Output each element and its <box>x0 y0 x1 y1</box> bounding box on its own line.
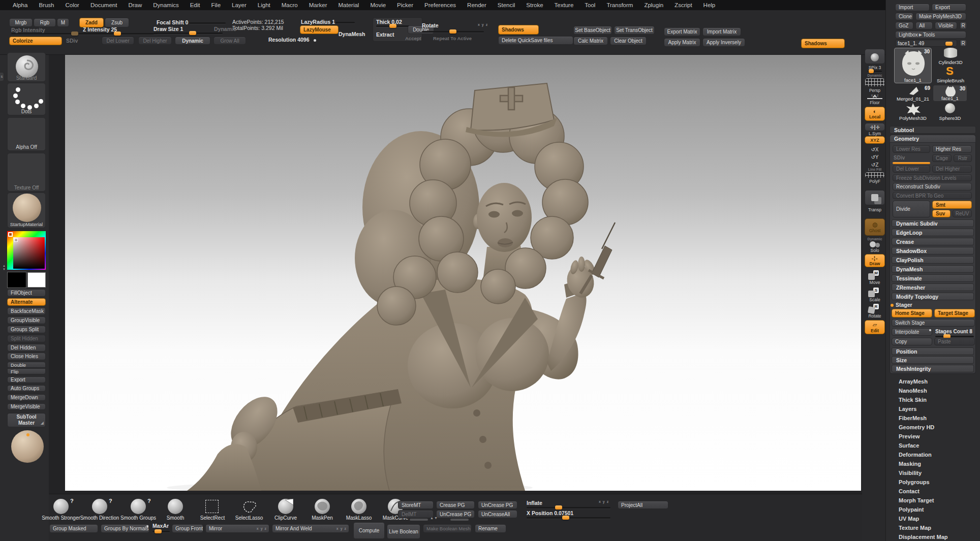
group-front-button[interactable]: Group Front <box>172 524 203 533</box>
section-arraymesh[interactable]: ArrayMesh <box>899 378 928 385</box>
edgeloop-section[interactable]: EdgeLoop <box>892 229 974 236</box>
menu-item[interactable]: Texture <box>549 0 579 10</box>
tool-thumbnail[interactable]: S SimpleBrush <box>934 67 967 83</box>
dynamesh-section[interactable]: DynaMesh <box>892 265 974 273</box>
target-stage-button[interactable]: Target Stage <box>934 309 975 317</box>
material-tile[interactable]: StartupMaterial <box>7 193 46 228</box>
set-transobject-button[interactable]: Set TransObject <box>614 26 655 35</box>
menu-item[interactable]: Material <box>333 0 365 10</box>
section-nanomesh[interactable]: NanoMesh <box>899 388 927 394</box>
focal-shift-track[interactable] <box>189 22 226 24</box>
x-position-handle[interactable] <box>562 516 569 520</box>
rotate-handle[interactable] <box>449 29 456 34</box>
stager-section-label[interactable]: Stager <box>896 302 912 308</box>
rename-button[interactable]: Rename <box>475 524 506 533</box>
groups-split-button[interactable]: Groups Split <box>7 326 46 333</box>
switch-stage-button[interactable]: Switch Stage <box>892 319 975 327</box>
lazy-radius-track[interactable] <box>335 22 355 23</box>
section-layers[interactable]: Layers <box>899 406 916 412</box>
section-geometry-hd[interactable]: Geometry HD <box>899 424 934 430</box>
clipcurve-brush-icon[interactable] <box>278 499 293 514</box>
group-masked-button[interactable]: Group Masked <box>49 524 98 533</box>
mergevisible-button[interactable]: MergeVisible <box>7 403 46 410</box>
extract-button[interactable]: Extract <box>376 31 394 38</box>
resolution-slider[interactable]: Resolution 4096 <box>268 37 310 43</box>
crease-section[interactable]: Crease <box>892 238 974 245</box>
mirror-slider[interactable]: Mirrorx y z <box>205 524 269 533</box>
auto-groups-button[interactable]: Auto Groups <box>7 385 46 392</box>
transp-button[interactable]: Transp <box>863 207 887 212</box>
uncrease-all-button[interactable]: UnCreaseAll <box>478 510 517 518</box>
tool-thumbnail[interactable]: PolyMesh3D <box>894 103 932 121</box>
higher-res-button[interactable]: Higher Res <box>932 145 972 153</box>
interpolate-button[interactable]: Interpolate <box>892 328 932 336</box>
section-morph-target[interactable]: Morph Target <box>899 497 934 503</box>
polyf-button[interactable]: PolyF <box>863 179 887 184</box>
perspective-icon[interactable] <box>865 78 885 87</box>
mirror-xyz-icon[interactable]: x y z <box>257 527 269 530</box>
claypolish-section[interactable]: ClayPolish <box>892 256 974 264</box>
store-mt-button[interactable]: StoreMT <box>398 501 434 509</box>
sdiv-level-slider[interactable]: SDiv <box>894 155 905 161</box>
close-holes-button[interactable]: Close Holes <box>7 353 46 360</box>
rotate-icon[interactable] <box>868 306 875 314</box>
dynamic-mode-button[interactable]: Dynamic <box>175 37 210 45</box>
z-intensity-slider[interactable]: Z Intensity 25 <box>83 26 117 33</box>
tray-collapse-arrows-icon[interactable]: ▲▼ <box>3 264 6 271</box>
draw-size-handle[interactable] <box>189 31 196 35</box>
pivot-sphere[interactable] <box>11 430 44 463</box>
focal-shift-slider[interactable]: Focal Shift 0 <box>157 19 188 25</box>
xyz-sym-button[interactable]: XYZ <box>865 136 885 144</box>
spix-slider[interactable]: SPix 3 <box>863 65 887 70</box>
menu-item[interactable]: Picker <box>391 0 419 10</box>
del-hidden-button[interactable]: Del Hidden <box>7 344 46 352</box>
make-polymesh3d-button[interactable]: Make PolyMesh3D <box>915 13 966 20</box>
inflate-handle[interactable] <box>555 505 562 510</box>
bpr-button[interactable]: BPR <box>865 49 885 64</box>
set-baseobject-button[interactable]: Set BaseObject <box>573 26 612 35</box>
rot-x-icon[interactable]: ↺X <box>863 147 887 152</box>
rot-y-icon[interactable]: ↺Y <box>863 154 887 160</box>
menu-item[interactable]: Zscript <box>669 0 698 10</box>
groupvisible-button[interactable]: GroupVisible <box>7 316 46 324</box>
solo-button[interactable]: Solo <box>863 248 887 253</box>
selectlasso-brush-icon[interactable] <box>241 499 257 514</box>
menu-item[interactable]: Dynamics <box>147 0 184 10</box>
goz-visible-button[interactable]: Visible <box>935 22 957 29</box>
rotate-mode-button[interactable]: Rotate <box>863 313 887 319</box>
compute-button[interactable]: Compute <box>353 522 385 539</box>
scale-icon[interactable] <box>868 291 875 297</box>
rot-z-icon[interactable]: ↺Z <box>863 162 887 168</box>
transp-icon[interactable] <box>865 190 885 205</box>
smooth-direction-brush-icon[interactable] <box>92 499 107 514</box>
tool-import-button[interactable]: Import <box>895 4 930 11</box>
menu-item[interactable]: Tool <box>579 0 601 10</box>
inflate-xyz-icon[interactable]: x y z <box>599 500 609 503</box>
alpha-tile[interactable]: Alpha Off <box>7 117 46 151</box>
suv-button[interactable]: Suv <box>932 210 951 217</box>
maskpen-brush-icon[interactable] <box>315 499 330 514</box>
menu-item[interactable]: Alpha <box>7 0 33 10</box>
thick-handle[interactable] <box>389 24 396 28</box>
help-badge[interactable]: ? <box>147 498 151 504</box>
active-tool-slider[interactable]: face1_1. 49 <box>895 40 957 47</box>
menu-item[interactable]: Document <box>85 0 122 10</box>
meshintegrity-section[interactable]: MeshIntegrity <box>892 365 974 372</box>
mergedown-button[interactable]: MergeDown <box>7 394 46 401</box>
menu-item[interactable]: Layer <box>226 0 252 10</box>
mirror-and-weld-button[interactable]: Mirror And Weldx y z <box>272 524 349 533</box>
scale-mode-button[interactable]: Scale <box>863 297 887 302</box>
groups-by-normals-button[interactable]: Groups By Normals <box>101 524 149 533</box>
stages-count-slider[interactable]: Stages Count 8 <box>935 329 972 334</box>
apply-inversely-button[interactable]: Apply Inversely <box>702 38 745 47</box>
double-sided-button[interactable]: Double <box>7 362 46 368</box>
backfacemask-button[interactable]: BackfaceMask <box>7 307 46 315</box>
uncrease-pg-button[interactable]: UnCrease PG <box>436 510 475 518</box>
menu-item[interactable]: Preferences <box>419 0 462 10</box>
lsym-button[interactable]: L.Sym <box>863 131 887 136</box>
lightbox-tools-button[interactable]: Lightbox ▶ Tools <box>895 31 966 39</box>
stroke-tile[interactable]: Dots <box>7 83 46 115</box>
flip-button[interactable]: Flip <box>7 368 46 374</box>
export-button[interactable]: Export <box>7 376 46 383</box>
section-fibermesh[interactable]: FiberMesh <box>899 415 927 421</box>
